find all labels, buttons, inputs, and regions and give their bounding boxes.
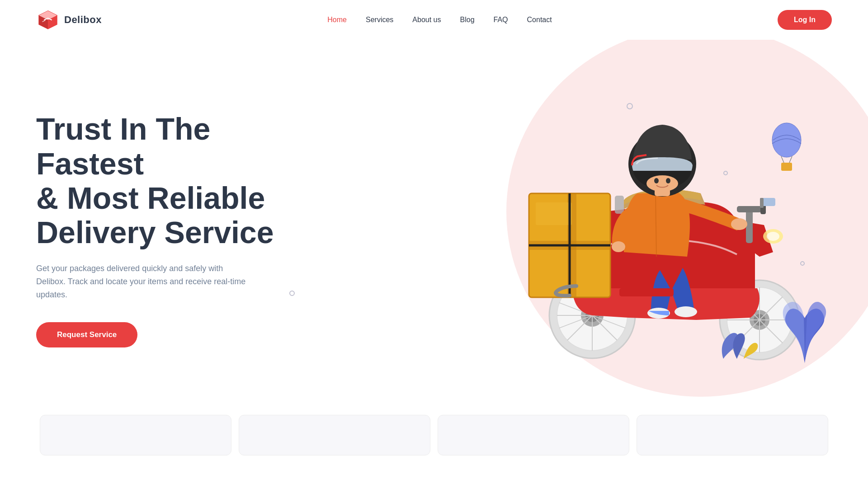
- nav-contact[interactable]: Contact: [527, 16, 552, 23]
- svg-rect-39: [760, 198, 764, 208]
- hero-content: Trust In The Fastest & Most Reliable Del…: [36, 112, 326, 347]
- nav-home[interactable]: Home: [327, 16, 347, 23]
- nav-links: Home Services About us Blog FAQ Contact: [327, 16, 552, 24]
- svg-line-7: [789, 156, 792, 163]
- login-button[interactable]: Log In: [778, 10, 832, 30]
- logo-icon: [36, 8, 60, 32]
- hero-subtitle: Get your packages delivered quickly and …: [36, 262, 253, 301]
- bottom-card-2: [239, 415, 430, 455]
- svg-rect-8: [781, 163, 792, 171]
- svg-point-50: [612, 241, 625, 252]
- navbar: Delibox Home Services About us Blog FAQ …: [0, 0, 868, 40]
- svg-line-6: [781, 156, 784, 163]
- request-service-button[interactable]: Request Service: [36, 322, 137, 347]
- plant-decoration-right: [778, 273, 832, 365]
- bottom-card-1: [40, 415, 231, 455]
- hero-section: Trust In The Fastest & Most Reliable Del…: [0, 40, 868, 410]
- bottom-card-3: [438, 415, 629, 455]
- svg-point-41: [767, 232, 779, 241]
- bottom-card-4: [637, 415, 828, 455]
- svg-point-44: [731, 218, 747, 230]
- svg-rect-49: [655, 188, 670, 196]
- svg-point-48: [666, 178, 670, 183]
- hero-title: Trust In The Fastest & Most Reliable Del…: [36, 112, 326, 249]
- hot-air-balloon: [769, 121, 805, 177]
- svg-point-47: [654, 178, 659, 183]
- plant-decoration-left: [710, 323, 764, 365]
- brand-name: Delibox: [64, 14, 102, 26]
- svg-rect-36: [737, 206, 762, 212]
- nav-blog[interactable]: Blog: [460, 16, 475, 23]
- logo-link[interactable]: Delibox: [36, 8, 102, 32]
- svg-rect-32: [536, 202, 572, 225]
- svg-rect-51: [619, 288, 674, 296]
- svg-rect-38: [762, 198, 775, 206]
- svg-point-43: [675, 306, 697, 317]
- bottom-cards-row: [0, 415, 868, 455]
- hero-illustration: [493, 80, 832, 379]
- nav-about[interactable]: About us: [412, 16, 441, 23]
- svg-rect-27: [615, 196, 624, 214]
- nav-faq[interactable]: FAQ: [494, 16, 508, 23]
- nav-services[interactable]: Services: [366, 16, 393, 23]
